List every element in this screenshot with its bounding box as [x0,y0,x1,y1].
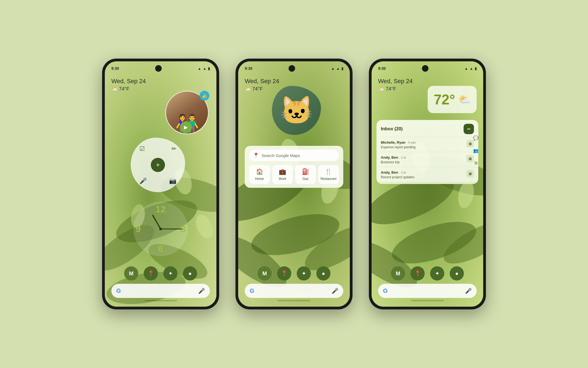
wifi-icon-1: ▲ [198,67,201,71]
date-weather-3: Wed, Sep 24 ⛅ 74°F [372,73,483,94]
phone-3: 9:30 ▲ ▲ ▮ Wed, Sep 24 ⛅ 74°F 72° ⛅ Inbo… [369,59,486,309]
home-indicator-3 [411,300,444,301]
maps-home[interactable]: 🏠 Home [249,165,270,184]
maps-work[interactable]: 💼 Work [272,165,293,184]
gmail-dock-icon-3[interactable]: M [391,266,405,280]
camera-notch-1 [155,65,162,72]
date-text-3: Wed, Sep 24 [378,78,477,85]
gmail-email-3[interactable]: Andy, Ben · 1 hr Recent project updates … [376,167,478,182]
email-action-3[interactable]: ⊞ [466,170,474,177]
camera-icon[interactable]: 📷 [169,177,176,185]
dock-icons-3: M 📍 ✦ ● [378,266,477,280]
gmail-side-contacts[interactable]: 👥 [472,146,480,155]
chrome-icon-3: ● [455,270,458,277]
gmail-header: Inbox (20) ✏ [376,120,478,137]
status-bar-3: 9:30 ▲ ▲ ▮ [372,61,483,73]
maps-search-bar[interactable]: 📍 Search Google Maps [249,150,339,161]
maps-dock-icon[interactable]: 📍 [144,266,158,280]
gmail-dock-icon-2[interactable]: M [258,266,272,280]
widget-cluster: ☑ ✏ 🎤 📷 + [131,138,185,192]
email-sender-3: Andy, Ben · 1 hr [381,170,464,175]
chrome-dock-icon-3[interactable]: ● [450,266,464,280]
battery-icon-1: ▮ [208,67,210,71]
maps-restaurant[interactable]: 🍴 Restaurant [318,165,339,184]
status-icons-3: ▲ ▲ ▮ [464,67,477,71]
maps-dock-icon-3[interactable]: 📍 [411,266,425,280]
add-button[interactable]: + [151,158,165,172]
date-weather-1: Wed, Sep 24 ⛅ 74°F [105,73,216,94]
weather-icon-2: ⛅ [245,86,251,92]
voice-search-1[interactable]: 🎤 [198,288,205,294]
chrome-icon: ● [188,270,192,277]
email-info-1: Michelle, Ryan · 5 min Expense report pe… [381,140,464,149]
gmail-side-copy[interactable]: ⧉ [472,159,480,167]
maps-dock-icon-2[interactable]: 📍 [277,266,291,280]
google-g-2: G [250,287,254,294]
hour-hand [152,215,161,229]
svg-point-24 [456,180,476,210]
minute-hand [161,229,182,230]
gmail-side-chat[interactable]: 💬 [472,134,480,142]
gmail-side-actions: 💬 👥 ⧉ [471,132,481,169]
weather-row-1: ⛅ 74°F [111,86,210,92]
cat-widget[interactable]: 🐱 [272,86,321,135]
chrome-dock-icon-2[interactable]: ● [316,266,330,280]
gmail-dock-icon[interactable]: M [124,266,138,280]
work-label: Work [279,177,286,181]
photos-icon-3: ✦ [435,270,440,277]
google-g-3: G [383,287,388,294]
phone-1: 9:30 ▲ ▲ ▮ Wed, Sep 24 ⛅ 74°F 👫 👍 [102,59,219,309]
maps-icon-3: 📍 [414,270,421,277]
maps-icon-2: 📍 [281,270,288,277]
blob-bg: ☑ ✏ 🎤 📷 + [131,138,185,192]
gmail-m-label-2: M [262,270,267,277]
maps-widget[interactable]: 📍 Search Google Maps 🏠 Home 💼 Work ⛽ Gas… [245,146,343,188]
phone-2: 9:30 ▲ ▲ ▮ Wed, Sep 24 ⛅ 74°F 🐱 � [235,59,353,309]
status-time-3: 9:30 [378,66,386,71]
clock-9: 9 [136,224,141,234]
edit-icon[interactable]: ✏ [171,145,176,152]
search-bar-1[interactable]: G 🎤 [111,284,210,298]
gmail-email-1[interactable]: Michelle, Ryan · 5 min Expense report pe… [376,137,478,152]
chrome-dock-icon[interactable]: ● [183,266,197,280]
signal-icon-1: ▲ [203,67,206,71]
play-button[interactable]: ▶ [180,121,192,133]
date-text-2: Wed, Sep 24 [245,78,343,85]
gas-icon: ⛽ [302,168,309,175]
weather-temp-3: 74°F [386,86,396,92]
gmail-widget[interactable]: Inbox (20) ✏ Michelle, Ryan · 5 min Expe… [376,120,478,184]
clock-6: 6 [158,243,163,254]
status-time-1: 9:30 [111,66,119,71]
task-icon[interactable]: ☑ [139,145,145,152]
photos-dock-icon-2[interactable]: ✦ [297,266,311,280]
mic-icon[interactable]: 🎤 [139,177,147,185]
photos-icon-2: ✦ [302,270,306,277]
clock-face: 12 3 6 9 [133,202,188,256]
weather-temp-1: 74°F [119,86,129,92]
cat-emoji: 🐱 [280,94,314,126]
voice-search-3[interactable]: 🎤 [465,288,472,294]
gmail-email-2[interactable]: Andy, Ben · 1 hr Business trip ⊞ [376,152,478,167]
photos-dock-icon-3[interactable]: ✦ [430,266,444,280]
like-badge[interactable]: 👍 [200,91,209,101]
photos-dock-icon[interactable]: ✦ [163,266,177,280]
maps-gas[interactable]: ⛽ Gas [295,165,316,184]
search-bar-2[interactable]: G 🎤 [245,284,343,298]
status-bar-2: 9:30 ▲ ▲ ▮ [238,61,350,73]
search-bar-3[interactable]: G 🎤 [378,284,477,298]
add-icon-3: ⊞ [469,172,472,176]
weather-icon-3: ⛅ [378,86,384,92]
chrome-icon-2: ● [322,270,325,277]
svg-point-20 [387,213,481,272]
play-icon: ▶ [184,124,188,130]
restaurant-icon: 🍴 [325,168,332,175]
dock-3: M 📍 ✦ ● G 🎤 [372,266,483,307]
clock-12: 12 [155,204,166,215]
large-weather-icon: ⛅ [458,94,471,105]
voice-search-2[interactable]: 🎤 [332,288,338,294]
gas-label: Gas [302,177,308,181]
home-indicator-1 [144,300,177,301]
email-info-2: Andy, Ben · 1 hr Business trip [381,155,464,164]
gmail-more-indicator [376,182,478,184]
battery-icon-3: ▮ [475,67,477,71]
